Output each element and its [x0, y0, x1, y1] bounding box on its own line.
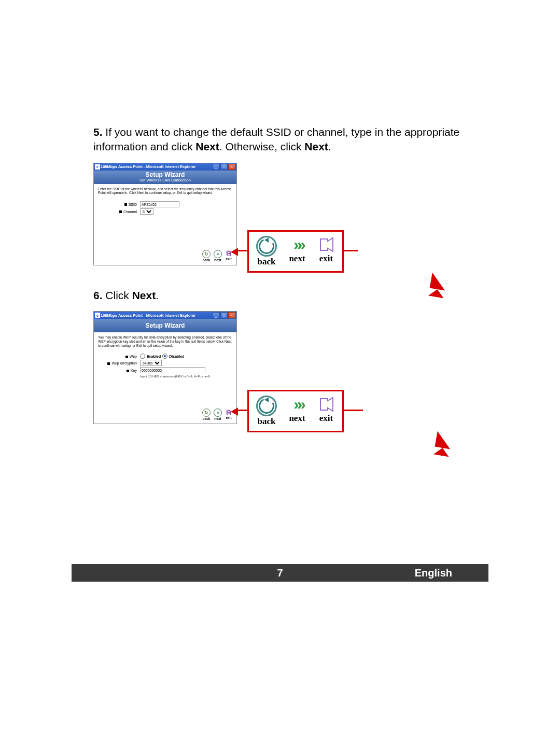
back-icon	[202, 409, 211, 417]
next-button[interactable]: next	[214, 409, 222, 420]
wizard-nav: back next exit	[98, 250, 232, 265]
callout-back: back	[256, 396, 277, 427]
back-icon	[256, 236, 277, 257]
ssid-input[interactable]	[140, 201, 179, 207]
wep-label: Wep	[130, 355, 137, 358]
exit-icon	[317, 236, 335, 254]
wizard-banner: Setup Wizard Set Wireless LAN Connection	[94, 171, 236, 184]
key-hint: Input 10 HEX characters(HEX is 0~9, A~F …	[140, 374, 232, 378]
titlebar: e 108Mbps Access Point - Microsoft Inter…	[94, 163, 236, 171]
next-icon	[288, 396, 306, 413]
channel-label: Channel	[123, 210, 137, 214]
page-number: 7	[277, 567, 283, 579]
step6-number: 6.	[93, 289, 103, 301]
banner-subtitle: Set Wireless LAN Connection	[139, 178, 191, 182]
callout-next: next	[288, 236, 306, 267]
step6-instruction: 6. Click Next.	[93, 288, 467, 303]
callout-exit: exit	[317, 396, 335, 427]
close-icon[interactable]: ×	[228, 164, 235, 170]
window-title: 108Mbps Access Point - Microsoft Interne…	[100, 313, 212, 318]
close-icon[interactable]: ×	[228, 312, 235, 318]
next-icon	[288, 236, 306, 254]
step5-number: 5.	[93, 126, 103, 138]
browser-window-2: e 108Mbps Access Point - Microsoft Inter…	[93, 311, 237, 424]
wep-enabled-radio[interactable]	[140, 354, 145, 359]
back-button[interactable]: back	[202, 409, 211, 420]
back-icon	[256, 396, 277, 416]
figure-step5: e 108Mbps Access Point - Microsoft Inter…	[93, 163, 467, 273]
wizard-description: Enter the SSID of the wireless network, …	[98, 187, 232, 195]
banner-title: Setup Wizard	[146, 172, 185, 178]
wizard-banner: Setup Wizard	[94, 319, 236, 332]
page-footer: 7 English	[72, 564, 488, 582]
wizard-description: You may enable WEP security for data enc…	[98, 335, 232, 347]
next-icon	[214, 250, 222, 258]
callout-next: next	[288, 396, 306, 427]
back-icon	[202, 250, 211, 258]
wep-encryption-label: Wep encryption	[111, 361, 137, 365]
wep-disabled-radio[interactable]	[162, 354, 167, 359]
svg-marker-0	[428, 273, 447, 299]
callout-enlarged-2: back next exit	[247, 390, 344, 432]
next-icon	[214, 409, 222, 417]
page-language: English	[415, 567, 452, 579]
exit-icon	[317, 396, 335, 413]
maximize-icon[interactable]: □	[220, 312, 228, 318]
back-button[interactable]: back	[202, 250, 211, 262]
maximize-icon[interactable]: □	[220, 164, 228, 170]
titlebar: e 108Mbps Access Point - Microsoft Inter…	[94, 312, 236, 319]
callout-exit: exit	[317, 236, 335, 267]
channel-select[interactable]: 6	[140, 208, 153, 215]
wizard-nav: back next exit	[98, 409, 232, 424]
browser-window-1: e 108Mbps Access Point - Microsoft Inter…	[93, 163, 237, 265]
svg-marker-1	[433, 431, 453, 457]
callout-back: back	[256, 236, 277, 267]
callout-enlarged-1: back next exit	[247, 230, 344, 273]
next-button[interactable]: next	[214, 250, 222, 262]
minimize-icon[interactable]: _	[213, 164, 220, 170]
window-title: 108Mbps Access Point - Microsoft Interne…	[100, 164, 212, 169]
ie-icon: e	[95, 164, 100, 170]
step5-instruction: 5. If you want to change the default SSI…	[93, 125, 467, 154]
wep-encryption-select[interactable]: 64Bits	[140, 360, 162, 366]
minimize-icon[interactable]: _	[213, 312, 220, 318]
key-input[interactable]	[140, 367, 205, 373]
ssid-label: SSID	[129, 203, 137, 206]
ie-icon: e	[95, 313, 100, 318]
figure-step6: e 108Mbps Access Point - Microsoft Inter…	[93, 311, 467, 432]
banner-title: Setup Wizard	[146, 322, 185, 329]
key-label: Key	[131, 369, 137, 372]
